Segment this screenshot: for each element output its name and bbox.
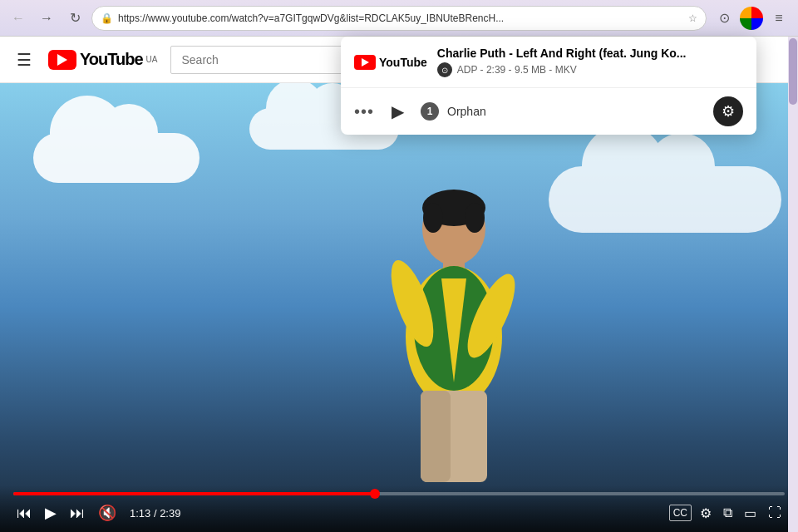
- play-pause-button[interactable]: ▶: [42, 502, 60, 524]
- popup-settings-button[interactable]: ⚙: [713, 96, 743, 126]
- security-icon: 🔒: [101, 12, 113, 24]
- svg-point-2: [423, 203, 443, 233]
- controls-row: ⏮ ▶ ⏭ 🔇 1:13 / 2:39 CC ⚙ ⧉ ▭ ⛶: [13, 502, 785, 524]
- popup-download-icon: ⊙: [437, 62, 452, 77]
- popup-more-button[interactable]: •••: [354, 102, 374, 121]
- cloud-1: [33, 133, 200, 183]
- progress-bar[interactable]: [13, 492, 785, 495]
- youtube-logo-icon: [48, 50, 76, 70]
- fullscreen-button[interactable]: ⛶: [765, 504, 785, 522]
- youtube-logo-text: YouTube: [80, 50, 143, 69]
- person-figure: [362, 183, 545, 482]
- popup-meta-text: ADP - 2:39 - 9.5 MB - MKV: [457, 64, 577, 76]
- theater-button[interactable]: ▭: [741, 504, 760, 523]
- popup-track-area: 1 Orphan: [421, 102, 703, 121]
- right-controls: CC ⚙ ⧉ ▭ ⛶: [669, 504, 785, 523]
- popup-title-area: Charlie Puth - Left And Right (feat. Jun…: [437, 47, 743, 77]
- popup-youtube-logo: YouTube: [354, 55, 427, 70]
- hamburger-menu-button[interactable]: ☰: [13, 47, 35, 73]
- browser-right-icons: ⊙ ≡: [712, 6, 791, 31]
- popup-yt-text: YouTube: [379, 56, 427, 69]
- browser-scrollbar[interactable]: [788, 37, 798, 532]
- popup-title: Charlie Puth - Left And Right (feat. Jun…: [437, 47, 743, 60]
- skip-back-button[interactable]: ⏮: [13, 503, 35, 524]
- forward-button[interactable]: →: [35, 7, 58, 30]
- popup-controls: ••• ▶ 1 Orphan ⚙: [341, 88, 756, 135]
- popup-track-number: 1: [421, 102, 439, 121]
- svg-point-3: [465, 203, 485, 233]
- skip-forward-button[interactable]: ⏭: [66, 503, 88, 524]
- scrollbar-thumb[interactable]: [789, 38, 797, 105]
- popup-play-button[interactable]: ▶: [384, 98, 411, 125]
- youtube-country-badge: UA: [146, 55, 158, 64]
- back-button[interactable]: ←: [7, 7, 30, 30]
- bookmark-icon[interactable]: ☆: [688, 12, 697, 24]
- popup-yt-logo-icon: [354, 55, 376, 70]
- time-display: 1:13 / 2:39: [130, 507, 180, 520]
- address-bar[interactable]: 🔒 https://www.youtube.com/watch?v=a7GITg…: [91, 6, 707, 31]
- popup-meta: ⊙ ADP - 2:39 - 9.5 MB - MKV: [437, 62, 743, 77]
- popup-header: YouTube Charlie Puth - Left And Right (f…: [341, 37, 756, 88]
- settings-button[interactable]: ⚙: [697, 504, 715, 523]
- download-popup: YouTube Charlie Puth - Left And Right (f…: [341, 37, 756, 135]
- miniplayer-button[interactable]: ⧉: [720, 504, 736, 522]
- video-player[interactable]: ⏮ ▶ ⏭ 🔇 1:13 / 2:39 CC ⚙ ⧉ ▭ ⛶: [0, 83, 798, 532]
- mute-button[interactable]: 🔇: [95, 502, 120, 524]
- svg-rect-11: [421, 391, 451, 482]
- video-background: [0, 83, 798, 532]
- refresh-button[interactable]: ↻: [63, 7, 86, 30]
- browser-chrome: ← → ↻ 🔒 https://www.youtube.com/watch?v=…: [0, 0, 798, 37]
- url-text: https://www.youtube.com/watch?v=a7GITgqw…: [118, 12, 683, 24]
- progress-fill: [13, 492, 376, 495]
- popup-track-name: Orphan: [447, 105, 486, 118]
- profile-avatar[interactable]: [740, 7, 763, 30]
- youtube-logo[interactable]: YouTube UA: [48, 50, 157, 70]
- more-dots-icon: •••: [354, 102, 374, 121]
- video-controls: ⏮ ▶ ⏭ 🔇 1:13 / 2:39 CC ⚙ ⧉ ▭ ⛶: [0, 485, 798, 532]
- menu-button[interactable]: ≡: [766, 6, 791, 31]
- cc-button[interactable]: CC: [669, 505, 692, 521]
- pocket-button[interactable]: ⊙: [712, 6, 736, 31]
- cloud-2: [549, 166, 781, 233]
